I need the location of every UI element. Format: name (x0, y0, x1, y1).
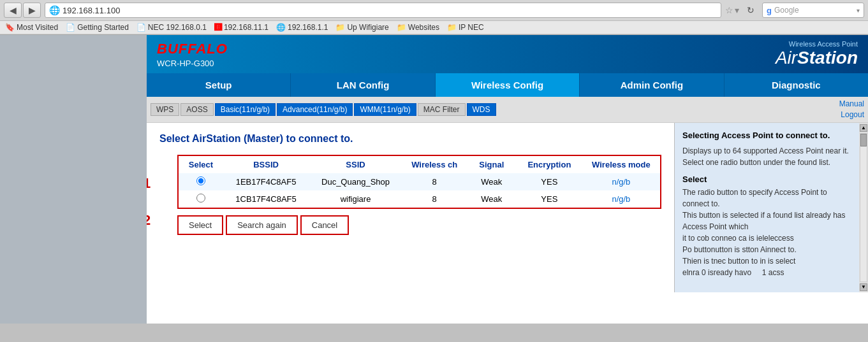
td-sig-1: Weak (467, 173, 517, 190)
tab-diagnostic[interactable]: Diagnostic (725, 73, 868, 97)
bookmark-ip-nec[interactable]: 📁 IP NEC (447, 23, 484, 32)
td-enc-1: YES (517, 173, 582, 190)
bookmark-icon-getting-started: 📄 (66, 23, 75, 32)
airstation-name: AirStation (776, 48, 858, 68)
air-part: Air (776, 48, 797, 68)
main-content: Select AirStation (Master) to connect to… (147, 123, 868, 292)
page-title: Select AirStation (Master) to connect to… (159, 133, 661, 145)
router-header: BUFFALO WCR-HP-G300 Wireless Access Poin… (147, 35, 868, 73)
bookmark-nec-0[interactable]: 📄 NEC 192.168.0.1 (136, 23, 207, 32)
td-radio-2[interactable] (178, 190, 223, 208)
th-channel: Wireless ch (402, 155, 467, 173)
th-encryption: Encryption (517, 155, 582, 173)
bookmark-getting-started[interactable]: 📄 Getting Started (66, 23, 129, 32)
td-sig-2: Weak (467, 190, 517, 208)
left-content: Select AirStation (Master) to connect to… (147, 123, 674, 292)
cancel-button[interactable]: Cancel (300, 215, 349, 235)
buttons-row: Select Search again Cancel (177, 215, 661, 235)
step-2-label: 2 (147, 212, 151, 229)
radio-ap-2[interactable] (196, 194, 205, 203)
left-background (0, 35, 147, 324)
forward-button[interactable]: ▶ (23, 3, 41, 18)
bookmark-label-ip-nec: IP NEC (459, 23, 484, 32)
right-panel-text2: The radio button to specify Access Point… (682, 187, 851, 278)
bookmark-label-192-1: 192.168.1.1 (288, 23, 328, 32)
search-dropdown-icon[interactable]: ▾ (857, 7, 860, 14)
search-again-button[interactable]: Search again (226, 215, 298, 235)
subnav-wmm[interactable]: WMM(11n/g/b) (354, 103, 416, 116)
td-radio-1[interactable] (178, 173, 223, 190)
th-bssid: BSSID (223, 155, 309, 173)
bookmark-192-11[interactable]: 🅱 192.168.11.1 (214, 23, 268, 32)
scrollbar[interactable]: ▲ ▼ (859, 123, 868, 292)
bookmark-websites[interactable]: 📁 Websites (397, 23, 439, 32)
airstation-sub: Wireless Access Point (776, 40, 858, 48)
bookmark-up-wifi[interactable]: 📁 Up Wifigiare (335, 23, 388, 32)
star-icons: ☆ ▾ (725, 5, 739, 15)
globe-icon: 🌐 (49, 5, 60, 15)
browser-toolbar: ◀ ▶ 🌐 192.168.11.100 ☆ ▾ ↻ g Google ▾ (0, 0, 868, 21)
scroll-track[interactable] (860, 133, 867, 282)
right-panel: Selecting Access Point to connect to. Di… (674, 123, 859, 292)
th-ssid: SSID (309, 155, 402, 173)
dropdown-arrow-icon[interactable]: ▾ (735, 5, 739, 15)
bookmark-icon-most-visited: 🔖 (5, 23, 15, 32)
manual-logout[interactable]: ManualLogout (839, 99, 864, 120)
nav-tabs: Setup LAN Config Wireless Config Admin C… (147, 73, 868, 97)
td-enc-2: YES (517, 190, 582, 208)
bookmark-icon-up-wifi: 📁 (335, 23, 345, 32)
bookmark-icon-nec-0: 📄 (136, 23, 146, 32)
tab-wireless-config[interactable]: Wireless Config (436, 73, 580, 97)
airstation-brand: Wireless Access Point AirStation (776, 40, 858, 68)
page-area: BUFFALO WCR-HP-G300 Wireless Access Poin… (0, 35, 868, 324)
address-bar[interactable]: 🌐 192.168.11.100 (45, 3, 721, 18)
bookmark-192-1[interactable]: 🌐 192.168.1.1 (276, 23, 328, 32)
subnav-advanced[interactable]: Advanced(11n/g/b) (277, 103, 353, 116)
address-text: 192.168.11.100 (63, 6, 120, 15)
sub-nav: WPS AOSS Basic(11n/g/b) Advanced(11n/g/b… (147, 97, 868, 123)
browser-chrome: ◀ ▶ 🌐 192.168.11.100 ☆ ▾ ↻ g Google ▾ 🔖 … (0, 0, 868, 35)
table-row: 1EB17F4C8AF5 Duc_Quang_Shop 8 Weak YES n… (178, 173, 661, 190)
google-icon: g (767, 6, 772, 15)
bookmark-label-most-visited: Most Visited (17, 23, 58, 32)
subnav-wds[interactable]: WDS (467, 103, 496, 116)
th-select: Select (178, 155, 223, 173)
td-mode-2: n/g/b (582, 190, 661, 208)
th-mode: Wireless mode (582, 155, 661, 173)
scroll-down-arrow[interactable]: ▼ (860, 283, 867, 291)
tab-lan-config[interactable]: LAN Config (291, 73, 435, 97)
subnav-basic[interactable]: Basic(11n/g/b) (215, 103, 276, 116)
content-relative: 1 Select BSSID SSID Wireless ch Signal E… (159, 155, 661, 235)
subnav-wps[interactable]: WPS (151, 103, 179, 116)
subnav-aoss[interactable]: AOSS (180, 103, 213, 116)
bookmark-icon-websites: 📁 (397, 23, 406, 32)
td-ch-1: 8 (402, 173, 467, 190)
refresh-button[interactable]: ↻ (743, 3, 758, 18)
content-wrap: BUFFALO WCR-HP-G300 Wireless Access Poin… (147, 35, 868, 324)
radio-ap-1[interactable] (196, 176, 205, 185)
back-button[interactable]: ◀ (4, 3, 22, 18)
table-row: 1CB17F4C8AF5 wifigiare 8 Weak YES n/g/b (178, 190, 661, 208)
bookmark-label-websites: Websites (408, 23, 439, 32)
bookmark-label-192-11: 192.168.11.1 (224, 23, 268, 32)
bookmark-label-nec-0: NEC 192.168.0.1 (148, 23, 207, 32)
router-page: BUFFALO WCR-HP-G300 Wireless Access Poin… (147, 35, 868, 324)
ap-table: Select BSSID SSID Wireless ch Signal Enc… (177, 155, 661, 209)
tab-admin-config[interactable]: Admin Config (580, 73, 724, 97)
select-button[interactable]: Select (177, 215, 223, 235)
tab-setup[interactable]: Setup (147, 73, 291, 97)
station-part: Station (797, 48, 858, 68)
subnav-mac-filter[interactable]: MAC Filter (418, 103, 466, 116)
td-mode-1: n/g/b (582, 173, 661, 190)
bookmark-star-icon[interactable]: ☆ (725, 5, 733, 15)
search-box[interactable]: g Google ▾ (762, 3, 864, 18)
bookmark-label-getting-started: Getting Started (77, 23, 129, 32)
scroll-thumb[interactable] (860, 134, 867, 146)
bookmark-label-up-wifi: Up Wifigiare (347, 23, 388, 32)
buffalo-model: WCR-HP-G300 (157, 59, 228, 68)
bookmark-most-visited[interactable]: 🔖 Most Visited (5, 23, 58, 32)
search-placeholder: Google (774, 6, 799, 15)
buffalo-brand: BUFFALO WCR-HP-G300 (157, 41, 228, 68)
scroll-up-arrow[interactable]: ▲ (860, 124, 867, 132)
td-ch-2: 8 (402, 190, 467, 208)
